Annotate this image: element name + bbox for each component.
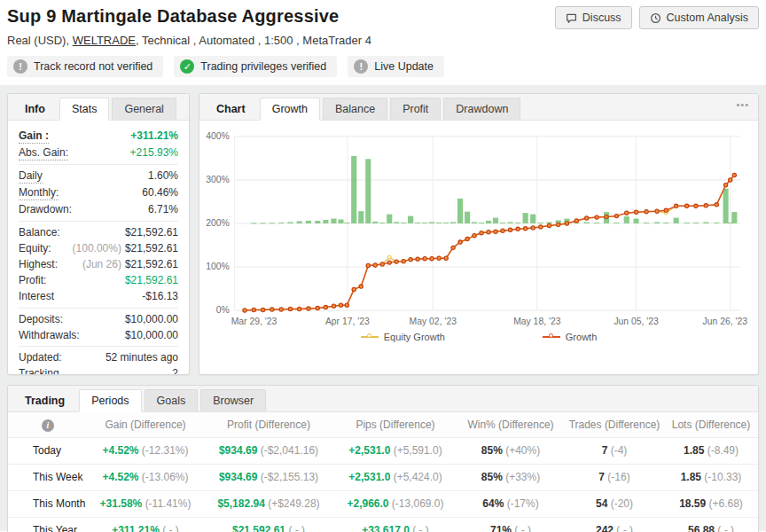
tab-drawdown[interactable]: Drawdown: [443, 98, 520, 120]
svg-text:200%: 200%: [206, 218, 230, 228]
col-pips: Pips (Difference): [334, 412, 457, 437]
tab-balance[interactable]: Balance: [323, 98, 387, 120]
svg-text:Jun 26, '23: Jun 26, '23: [703, 317, 748, 326]
svg-text:300%: 300%: [206, 175, 230, 184]
legend-growth[interactable]: Growth: [543, 332, 597, 342]
tab-general[interactable]: General: [112, 98, 176, 120]
stat-row-abs-gain: Abs. Gain: +215.93%: [19, 145, 178, 161]
drawdown-value: 6.71%: [148, 203, 178, 216]
account-type: Real (USD),: [7, 34, 69, 47]
header-buttons: Discuss Custom Analysis: [555, 6, 759, 29]
stat-row-highest: Highest: (Jun 26)$21,592.61: [19, 256, 178, 272]
table-row: This Year +311.21% ( - ) $21,592.61 ( - …: [8, 517, 758, 532]
badge-live-update-label: Live Update: [374, 60, 434, 73]
periods-panel: Trading Periods Goals Browser Gain (Diff…: [7, 385, 759, 532]
stat-row-equity: Equity: (100.00%)$21,592.61: [19, 240, 178, 256]
periods-panel-tabs: Trading Periods Goals Browser: [8, 386, 758, 412]
withdrawals-value: $10,000.00: [125, 329, 178, 342]
legend-swatch: [361, 336, 379, 338]
tab-chart[interactable]: Chart: [205, 98, 257, 120]
chart-panel: Chart Growth Balance Profit Drawdown •••…: [199, 93, 759, 375]
stat-row-gain: Gain : +311.21%: [19, 128, 178, 145]
daily-value: 1.60%: [148, 169, 178, 183]
exclamation-icon: [354, 59, 368, 74]
col-trades: Trades (Difference): [565, 412, 664, 437]
col-gain: Gain (Difference): [88, 412, 203, 437]
interest-value: -$16.13: [142, 290, 178, 303]
legend-growth-label: Growth: [566, 332, 597, 342]
account-subtitle: Real (USD), WELTRADE, Technical , Automa…: [7, 34, 759, 47]
svg-text:May 02, '23: May 02, '23: [410, 317, 457, 326]
col-lots: Lots (Difference): [664, 412, 758, 437]
stats-panel: Info Stats General Gain : +311.21% Abs. …: [7, 93, 190, 375]
svg-text:400%: 400%: [206, 131, 230, 141]
monthly-value: 60.46%: [142, 186, 178, 200]
stat-row-balance: Balance: $21,592.61: [19, 224, 178, 240]
content-area: Info Stats General Gain : +311.21% Abs. …: [0, 85, 766, 531]
balance-value: $21,592.61: [125, 226, 178, 239]
stat-row-tracking: Tracking 2: [19, 366, 178, 375]
stat-row-daily: Daily 1.60%: [19, 168, 178, 184]
table-row: Today +4.52% (-12.31%) $934.69 (-$2,041.…: [8, 437, 758, 464]
verification-badges: Track record not verified Trading privil…: [7, 56, 759, 77]
stats-list: Gain : +311.21% Abs. Gain: +215.93% Dail…: [8, 121, 189, 375]
profit-value: $21,592.61: [125, 274, 178, 287]
svg-text:May 18, '23: May 18, '23: [513, 317, 561, 326]
periods-table: Gain (Difference) Profit (Difference) Pi…: [8, 412, 758, 532]
broker-link[interactable]: WELTRADE: [73, 34, 136, 47]
highest-value: (Jun 26)$21,592.61: [82, 258, 178, 271]
tab-goals[interactable]: Goals: [145, 389, 199, 411]
tracking-value: 2: [172, 367, 178, 375]
chat-icon: [566, 12, 577, 24]
stat-row-updated: Updated: 52 minutes ago: [19, 349, 178, 365]
legend-equity-growth-label: Equity Growth: [384, 332, 445, 342]
col-profit: Profit (Difference): [203, 412, 334, 437]
tab-info[interactable]: Info: [13, 98, 57, 120]
tab-periods[interactable]: Periods: [79, 389, 141, 412]
col-win: Win% (Difference): [457, 412, 565, 437]
custom-analysis-button[interactable]: Custom Analysis: [639, 6, 759, 29]
stat-row-profit: Profit: $21,592.61: [19, 273, 178, 289]
stat-row-withdrawals: Withdrawals: $10,000.00: [19, 327, 178, 343]
tab-growth[interactable]: Growth: [260, 98, 320, 121]
check-icon: [180, 59, 194, 74]
page-header: Sup 9 Martingale Database Aggressive Dis…: [0, 0, 766, 77]
discuss-button-label: Discuss: [582, 12, 621, 24]
tab-trading[interactable]: Trading: [13, 390, 76, 411]
svg-text:Jun 05, '23: Jun 05, '23: [614, 317, 659, 326]
custom-analysis-button-label: Custom Analysis: [667, 12, 748, 24]
growth-chart-wrap: 0%100%200%300%400%Mar 29, '23Apr 17, '23…: [199, 121, 758, 330]
svg-text:Apr 17, '23: Apr 17, '23: [325, 317, 370, 326]
chart-panel-tabs: Chart Growth Balance Profit Drawdown •••: [199, 94, 758, 121]
deposits-value: $10,000.00: [125, 313, 178, 326]
badge-track-record[interactable]: Track record not verified: [7, 56, 163, 77]
svg-text:Mar 29, '23: Mar 29, '23: [231, 317, 277, 326]
stats-panel-tabs: Info Stats General: [8, 94, 189, 121]
stat-row-monthly: Monthly: 60.46%: [19, 185, 178, 202]
discuss-button[interactable]: Discuss: [555, 6, 632, 29]
periods-table-header: Gain (Difference) Profit (Difference) Pi…: [8, 412, 758, 437]
tab-profit[interactable]: Profit: [390, 98, 441, 120]
account-attributes: , Technical , Automated , 1:500 , MetaTr…: [136, 34, 371, 47]
table-row: This Month +31.58% (-11.41%) $5,182.94 (…: [8, 490, 758, 517]
badge-live-update[interactable]: Live Update: [348, 56, 444, 77]
abs-gain-value: +215.93%: [130, 146, 178, 160]
tab-stats[interactable]: Stats: [59, 98, 110, 121]
chart-legend: Equity Growth Growth: [199, 330, 758, 349]
legend-swatch: [543, 336, 560, 338]
equity-value: (100.00%)$21,592.61: [73, 242, 178, 255]
clock-icon: [650, 12, 661, 24]
badge-trading-privileges[interactable]: Trading privileges verified: [174, 56, 337, 77]
info-icon[interactable]: [42, 419, 54, 432]
stat-row-drawdown: Drawdown: 6.71%: [19, 202, 178, 218]
badge-track-record-label: Track record not verified: [34, 60, 152, 73]
tab-browser[interactable]: Browser: [200, 389, 266, 411]
legend-equity-growth[interactable]: Equity Growth: [361, 332, 445, 342]
table-row: This Week +4.52% (-13.06%) $934.69 (-$2,…: [8, 464, 758, 490]
chart-menu-button[interactable]: •••: [736, 99, 749, 110]
stat-row-deposits: Deposits: $10,000.00: [19, 311, 178, 327]
svg-text:100%: 100%: [206, 262, 230, 271]
growth-chart[interactable]: 0%100%200%300%400%Mar 29, '23Apr 17, '23…: [201, 126, 753, 330]
badge-trading-privileges-label: Trading privileges verified: [200, 60, 326, 73]
exclamation-icon: [13, 59, 27, 74]
